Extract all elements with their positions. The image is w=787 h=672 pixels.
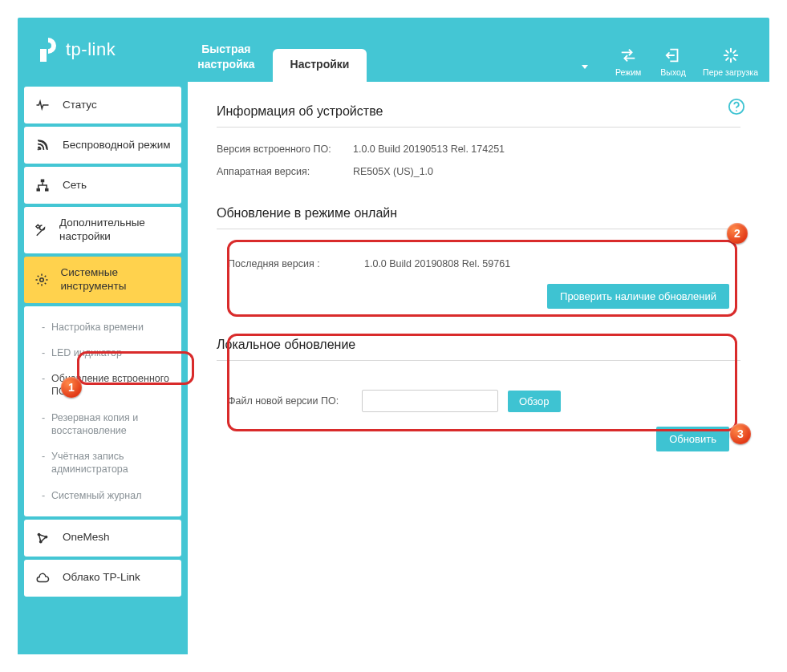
annotation-badge-2: 2 [727,223,748,244]
brand-logo: tp-link [37,34,116,65]
sidebar-item-network[interactable]: Сеть [24,167,181,204]
browse-button[interactable]: Обзор [508,391,561,412]
content: Информация об устройстве Версия встроенн… [188,82,769,654]
sidebar-item-advanced[interactable]: Дополнительные настройки [24,207,181,253]
local-btn-row: Обновить [228,427,729,451]
svg-point-8 [38,148,39,150]
subnav-admin[interactable]: Учётная запись администратора [24,443,181,483]
svg-rect-10 [37,188,41,192]
section-title-device-info: Информация об устройстве [217,104,740,128]
row-firmware-version: Версия встроенного ПО: 1.0.0 Build 20190… [217,144,740,155]
status-icon [34,98,51,112]
sidebar-item-cloud[interactable]: Облако TP-Link [24,560,181,597]
cloud-icon [34,571,51,585]
subnav-firmware[interactable]: Обновление встроенного ПО [24,366,181,405]
sidebar-item-label: OneMesh [63,531,110,544]
svg-line-6 [733,51,736,53]
sidebar-item-wireless[interactable]: Беспроводной режим [24,127,181,164]
row-hardware-version: Аппаратная версия: RE505X (US)_1.0 [217,166,740,177]
firmware-file-input[interactable] [362,390,498,412]
svg-line-7 [726,58,728,60]
svg-line-5 [733,58,736,60]
top-actions: Режим Выход Пере загрузка [613,47,758,77]
subnav-time[interactable]: Настройка времени [24,314,181,340]
local-box: Файл новой версии ПО: Обзор Обновить [217,377,740,463]
section-online-update: Обновление в режиме онлайн Последняя вер… [217,206,740,320]
svg-point-17 [736,110,737,111]
check-updates-button[interactable]: Проверить наличие обновлений [547,284,729,309]
tplink-logo-icon [37,34,61,65]
subnav-led[interactable]: LED индикатор [24,340,181,366]
sidebar-item-onemesh[interactable]: OneMesh [24,520,181,557]
annotation-badge-3: 3 [730,423,751,444]
reboot-label: Пере загрузка [703,67,758,77]
main-tabs: Быстрая настройка Настройки [180,18,367,82]
sidebar-item-label: Статус [63,99,97,112]
update-button[interactable]: Обновить [656,427,729,451]
fw-label: Версия встроенного ПО: [217,144,353,155]
sidebar-subnav: Настройка времени LED индикатор Обновлен… [24,306,181,516]
tab-quick-setup[interactable]: Быстрая настройка [180,34,272,82]
file-label: Файл новой версии ПО: [228,395,352,407]
logout-label: Выход [660,67,685,77]
latest-value: 1.0.0 Build 20190808 Rel. 59761 [364,258,510,269]
sidebar-item-label: Сеть [63,179,87,192]
section-local-update: Локальное обновление Файл новой версии П… [217,338,740,463]
file-row: Файл новой версии ПО: Обзор [228,390,729,412]
sidebar-item-system-tools[interactable]: Системные инструменты [24,257,181,303]
help-icon[interactable] [728,98,745,115]
sidebar-item-status[interactable]: Статус [24,87,181,123]
wifi-icon [34,138,51,152]
tab-settings[interactable]: Настройки [273,49,367,82]
section-title-local: Локальное обновление [217,338,740,361]
online-box: Последняя версия : 1.0.0 Build 20190808 … [217,245,740,320]
subnav-backup[interactable]: Резервная копия и восстановление [24,405,181,444]
sidebar-item-label: Дополнительные настройки [59,217,172,244]
row-latest-version: Последняя версия : 1.0.0 Build 20190808 … [228,258,729,269]
gear-icon [34,273,49,287]
logout-button[interactable]: Выход [658,47,688,77]
app-frame: tp-link Быстрая настройка Настройки Русс… [18,18,769,654]
reboot-icon [722,47,740,64]
tools-icon [34,223,48,237]
logout-icon [664,47,682,64]
mode-button[interactable]: Режим [613,47,643,77]
section-title-online: Обновление в режиме онлайн [217,206,740,229]
annotation-badge-1: 1 [61,377,82,398]
sidebar: Статус Беспроводной режим Сеть Дополните… [18,82,188,654]
mode-label: Режим [615,67,641,77]
onemesh-icon [34,531,51,545]
online-btn-row: Проверить наличие обновлений [228,284,729,309]
brand-text: tp-link [66,39,116,60]
network-icon [34,178,51,192]
reboot-button[interactable]: Пере загрузка [703,47,758,77]
svg-rect-9 [41,180,45,183]
body: Статус Беспроводной режим Сеть Дополните… [18,82,769,654]
hw-label: Аппаратная версия: [217,166,353,177]
svg-line-4 [726,51,728,53]
svg-point-12 [39,277,43,281]
svg-rect-11 [45,188,49,192]
sidebar-item-label: Беспроводной режим [63,139,171,152]
latest-label: Последняя версия : [228,258,364,269]
mode-icon [619,47,637,64]
fw-value: 1.0.0 Build 20190513 Rel. 174251 [353,144,505,155]
subnav-syslog[interactable]: Системный журнал [24,483,181,508]
sidebar-item-label: Системные инструменты [60,266,172,293]
hw-value: RE505X (US)_1.0 [353,166,433,177]
sidebar-item-label: Облако TP-Link [63,571,140,585]
topbar: tp-link Быстрая настройка Настройки Русс… [18,18,769,82]
